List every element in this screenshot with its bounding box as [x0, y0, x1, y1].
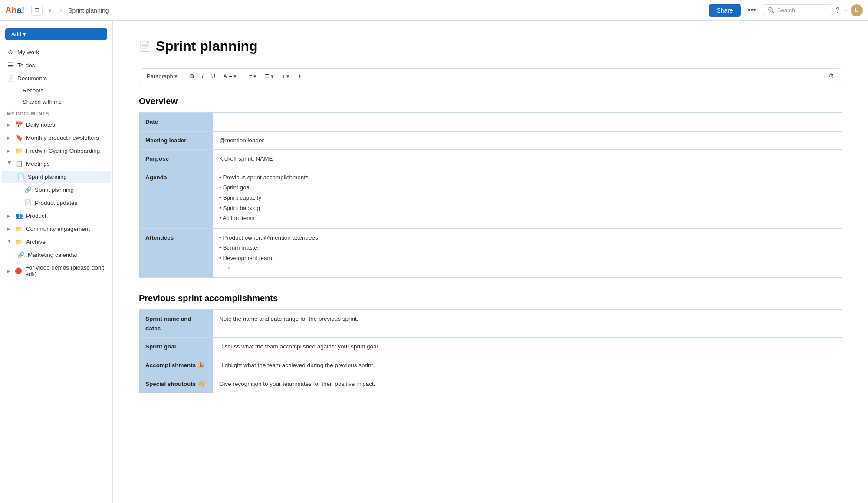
chevron-icon: ▶: [7, 122, 12, 127]
underline-button[interactable]: U: [208, 71, 218, 81]
paragraph-label: Paragraph: [147, 73, 173, 79]
previous-sprint-table: Sprint name and dates Note the name and …: [139, 309, 842, 393]
sidebar-item-product-updates[interactable]: 📄 Product updates: [2, 197, 111, 209]
archive-icon: 📁: [16, 238, 23, 245]
sidebar-item-todos[interactable]: ☰ To-dos: [2, 59, 111, 71]
add-chevron-icon: ▾: [23, 31, 26, 37]
sidebar-item-recents[interactable]: Recents: [19, 85, 111, 96]
overview-value-agenda[interactable]: Previous sprint accomplishments Sprint g…: [213, 168, 842, 228]
sprint-planning-2-icon: 🔗: [24, 186, 31, 193]
align-button[interactable]: ≡ ▾: [246, 71, 260, 81]
sidebar-label-video-demos: For video demos (please don't edit): [25, 264, 105, 277]
italic-button[interactable]: I: [199, 71, 207, 81]
more-options-button[interactable]: •••: [744, 4, 760, 16]
align-chevron-icon: ▾: [253, 73, 256, 79]
nav-forward-button[interactable]: ›: [57, 5, 65, 16]
overview-label-purpose: Purpose: [139, 150, 213, 168]
sidebar-item-shared[interactable]: Shared with me: [19, 96, 111, 107]
bold-button[interactable]: B: [187, 71, 197, 81]
add-icon-button[interactable]: +: [843, 7, 847, 14]
product-updates-icon: 📄: [24, 199, 31, 206]
app-logo: Aha!: [5, 5, 24, 15]
sidebar-item-newsletters[interactable]: ▶ 🔖 Monthly product newsletters: [2, 132, 111, 144]
paragraph-chevron-icon: ▾: [174, 73, 178, 79]
list-button[interactable]: ☰ ▾: [261, 71, 277, 81]
table-row: Meeting leader @mention leader: [139, 131, 842, 150]
add-button[interactable]: Add ▾: [5, 28, 107, 40]
sidebar-label-recents: Recents: [23, 87, 43, 94]
search-box[interactable]: 🔍 Search: [763, 4, 832, 16]
table-row: Date: [139, 113, 842, 132]
overview-value-date[interactable]: [213, 113, 842, 132]
ps-label-sprint-name: Sprint name and dates: [139, 310, 213, 338]
ps-label-accomplishments: Accomplishments 🎉: [139, 356, 213, 375]
list-chevron-icon: ▾: [271, 73, 274, 79]
sidebar-item-documents[interactable]: 📄 Documents: [2, 72, 111, 84]
ps-value-sprint-goal[interactable]: Discuss what the team accomplished again…: [213, 338, 842, 356]
my-documents-section-label: MY DOCUMENTS: [0, 108, 112, 118]
magic-button[interactable]: ✦: [294, 71, 305, 81]
sidebar-item-my-work[interactable]: ⊙ My work: [2, 46, 111, 58]
insert-chevron-icon: ▾: [286, 73, 289, 79]
avatar[interactable]: U: [851, 4, 863, 16]
sidebar-item-sprint-planning[interactable]: 📄 Sprint planning: [2, 171, 111, 183]
overview-label-attendees: Attendees: [139, 228, 213, 277]
ps-value-sprint-name[interactable]: Note the name and date range for the pre…: [213, 310, 842, 338]
font-color-bar: [229, 76, 232, 77]
paragraph-style-button[interactable]: Paragraph ▾: [144, 71, 181, 81]
marketing-calendar-icon: 🔗: [17, 251, 24, 258]
sidebar-item-sprint-planning-2[interactable]: 🔗 Sprint planning: [2, 184, 111, 196]
clock-button[interactable]: ⏱: [825, 71, 837, 81]
content-area: 📄 Sprint planning Paragraph ▾ B I U A ▾ …: [113, 21, 868, 503]
doc-title: Sprint planning: [156, 38, 258, 54]
font-color-chevron-icon: ▾: [233, 73, 237, 79]
add-button-label: Add: [11, 31, 21, 37]
sidebar-item-community[interactable]: ▶ 📁 Community engagement: [2, 223, 111, 235]
ps-label-shoutouts: Special shoutouts 👏: [139, 375, 213, 393]
sidebar-item-video-demos[interactable]: ▶ 🔴 For video demos (please don't edit): [2, 262, 111, 280]
sidebar-label-newsletters: Monthly product newsletters: [26, 135, 99, 141]
todos-icon: ☰: [7, 62, 14, 69]
chevron-icon: ▶: [7, 269, 11, 273]
sidebar-toggle-button[interactable]: ☰: [31, 5, 43, 16]
share-button[interactable]: Share: [709, 4, 740, 17]
list-item: [228, 263, 835, 273]
table-row: Attendees Product owner: @mention attend…: [139, 228, 842, 277]
sprint-planning-doc-icon: 📄: [17, 173, 24, 180]
insert-button[interactable]: + ▾: [279, 71, 293, 81]
sidebar-item-marketing-calendar[interactable]: 🔗 Marketing calendar: [2, 249, 111, 261]
sidebar-item-fredwin[interactable]: ▶ 📁 Fredwin Cycling Onboarding: [2, 145, 111, 157]
nav-back-button[interactable]: ‹: [46, 5, 53, 16]
overview-value-attendees[interactable]: Product owner: @mention attendees Scrum …: [213, 228, 842, 277]
ps-value-shoutouts[interactable]: Give recognition to your teammates for t…: [213, 375, 842, 393]
list-item: Previous sprint accomplishments: [219, 173, 835, 182]
chevron-icon: ▶: [7, 148, 12, 153]
documents-icon: 📄: [7, 75, 14, 82]
help-button[interactable]: ?: [836, 7, 840, 14]
table-row: Special shoutouts 👏 Give recognition to …: [139, 375, 842, 393]
overview-value-purpose[interactable]: Kickoff sprint: NAME: [213, 150, 842, 168]
my-work-icon: ⊙: [7, 49, 14, 56]
sidebar-item-product[interactable]: ▶ 👥 Product: [2, 210, 111, 222]
sidebar-label-shared: Shared with me: [23, 99, 62, 105]
overview-value-meeting-leader[interactable]: @mention leader: [213, 131, 842, 150]
sidebar-label-my-work: My work: [17, 49, 39, 56]
overview-label-date: Date: [139, 113, 213, 132]
sidebar-label-todos: To-dos: [17, 62, 35, 69]
previous-sprint-heading: Previous sprint accomplishments: [139, 293, 842, 303]
sidebar-item-archive[interactable]: ▶ 📁 Archive: [2, 236, 111, 248]
ps-value-accomplishments[interactable]: Highlight what the team achieved during …: [213, 356, 842, 375]
sidebar-item-meetings[interactable]: ▶ 📋 Meetings: [2, 158, 111, 170]
chevron-icon: ▶: [7, 135, 12, 140]
list-item: Action items: [219, 214, 835, 223]
sidebar-label-product: Product: [26, 213, 46, 219]
table-row: Sprint name and dates Note the name and …: [139, 310, 842, 338]
chevron-icon: ▶: [7, 214, 12, 218]
chevron-expand-icon: ▶: [7, 161, 12, 166]
doc-header-icon: 📄: [139, 41, 151, 52]
sidebar-label-product-updates: Product updates: [35, 200, 77, 206]
font-color-button[interactable]: A ▾: [220, 71, 240, 81]
sidebar-label-documents: Documents: [17, 75, 47, 82]
sidebar-item-daily-notes[interactable]: ▶ 📅 Daily notes: [2, 118, 111, 131]
sidebar-label-fredwin: Fredwin Cycling Onboarding: [26, 148, 100, 154]
